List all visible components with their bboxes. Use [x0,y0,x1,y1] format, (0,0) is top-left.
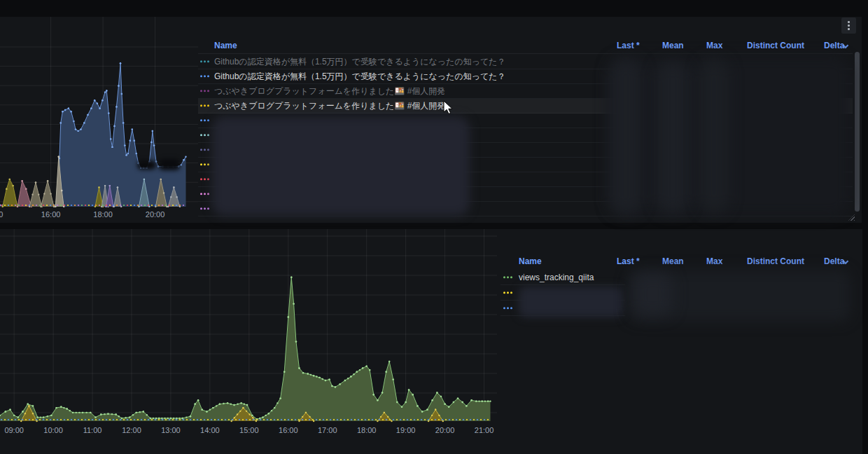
series-color-icon [200,207,209,209]
x-axis-label: 12:00 [122,426,141,434]
x-axis-label: 16:00 [41,210,61,219]
series-color-icon [200,119,209,121]
legend-series-name: Githubの認定資格が無料（1.5万円）で受験できるようになったの知ってた？ [214,56,506,68]
panel-bottom-timeseries: 09:0010:0011:0012:0013:0014:0015:0016:00… [0,229,862,454]
x-axis-label: 00 [0,210,3,219]
legend-row[interactable] [500,285,625,301]
x-axis-label: 15:00 [239,426,259,434]
series-color-icon [200,75,209,77]
x-axis-label: 09:00 [4,426,24,434]
legend-row[interactable] [198,187,853,202]
series-color-icon [200,104,209,106]
series-color-icon [503,291,512,294]
legend-row[interactable] [198,143,853,158]
series-color-icon [200,90,209,92]
legend-header-distinct-count[interactable]: Distinct Count [747,41,804,50]
series-color-icon [200,163,209,165]
legend-row[interactable] [198,114,853,128]
legend-header-name[interactable]: Name [214,41,237,50]
legend-row[interactable]: Githubの認定資格が無料（1.5万円）で受験できるようになったの知ってた？ [198,69,853,84]
x-axis-label: 18:00 [357,426,377,434]
legend-row[interactable]: views_tracking_qiita [500,270,625,285]
legend-series-name: つぶやきブログプラットフォームを作りました🍱 #個人開発 [214,100,445,112]
panel-top-timeseries: 0016:0018:0020:00 Name Last * Mean Max D… [0,17,862,223]
top-legend-table: Name Last * Mean Max Distinct Count Delt… [198,17,853,223]
legend-row[interactable]: Githubの認定資格が無料（1.5万円）で受験できるようになったの知ってた？ [198,55,853,69]
legend-header-distinct-count[interactable]: Distinct Count [747,256,804,266]
x-axis-label: 16:00 [279,426,298,434]
legend-header-name[interactable]: Name [519,256,542,266]
x-axis-label: 14:00 [200,426,220,434]
series-color-icon [200,60,209,62]
bottom-time-series-chart[interactable]: 09:0010:0011:0012:0013:0014:0015:0016:00… [0,229,497,439]
panel-menu-button[interactable] [841,18,856,34]
legend-series-name: Githubの認定資格が無料（1.5万円）で受験できるようになったの知ってた？ [214,71,506,83]
legend-header-last[interactable]: Last * [617,256,640,266]
legend-header-last[interactable]: Last * [617,41,640,50]
legend-row[interactable] [500,301,625,316]
mouse-cursor [443,100,454,118]
x-axis-label: 18:00 [93,210,113,219]
series-color-icon [200,149,209,151]
legend-header-mean[interactable]: Mean [662,256,684,266]
legend-series-name: つぶやきブログプラットフォームを作りました🍱 #個人開発 [214,85,445,97]
x-axis-label: 19:00 [396,426,416,434]
kebab-menu-icon [848,21,850,23]
legend-header-max[interactable]: Max [706,256,722,266]
series-color-icon [503,276,512,278]
header-divider [198,53,853,54]
legend-header-max[interactable]: Max [706,41,722,50]
chart-canvas [0,17,198,207]
legend-row[interactable] [198,202,853,216]
chart-canvas [0,229,497,425]
legend-row[interactable]: つぶやきブログプラットフォームを作りました🍱 #個人開発 [198,99,853,114]
top-time-series-chart[interactable]: 0016:0018:0020:00 [0,17,198,223]
bottom-legend-table: Name Last * Mean Max Distinct Count Delt… [500,229,858,369]
series-color-icon [503,307,512,309]
series-color-icon [200,134,209,136]
x-axis-label: 11:00 [83,426,102,434]
legend-row[interactable] [198,172,853,187]
x-axis-label: 20:00 [146,210,165,219]
x-axis-label: 17:00 [318,426,337,434]
legend-row[interactable] [198,158,853,172]
legend-rows: Githubの認定資格が無料（1.5万円）で受験できるようになったの知ってた？G… [198,55,853,216]
legend-series-name: views_tracking_qiita [519,273,594,282]
legend-row[interactable] [198,128,853,143]
legend-header-delta[interactable]: Delta [824,41,844,50]
x-axis-label: 10:00 [43,426,63,434]
legend-header-delta[interactable]: Delta [824,256,844,266]
series-color-icon [200,193,209,195]
x-axis-label: 21:00 [475,426,494,434]
legend-header-mean[interactable]: Mean [662,41,684,50]
legend-rows: views_tracking_qiita [500,270,625,316]
series-color-icon [200,178,209,180]
x-axis-label: 13:00 [161,426,181,434]
legend-row[interactable]: つぶやきブログプラットフォームを作りました🍱 #個人開発 [198,84,853,99]
legend-scrollbar-thumb[interactable] [855,52,860,212]
x-axis-label: 20:00 [435,426,455,434]
dashboard: 0016:0018:0020:00 Name Last * Mean Max D… [0,0,868,454]
